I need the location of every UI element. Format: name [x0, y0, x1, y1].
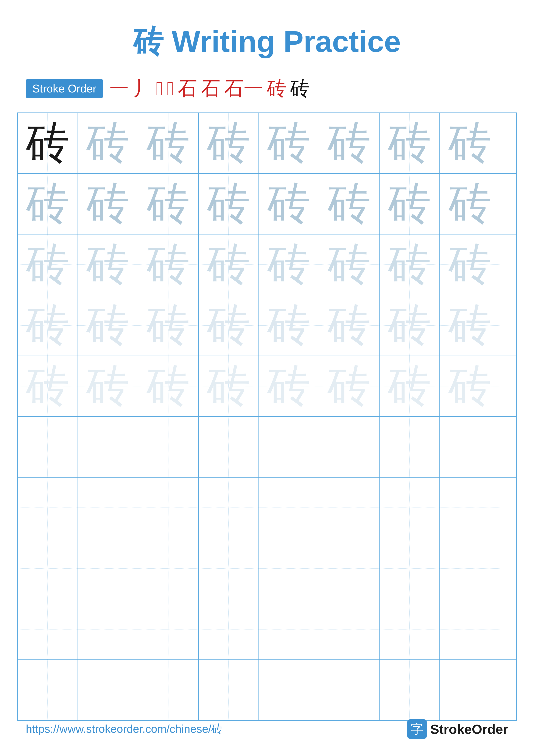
grid-cell[interactable]: 砖 [138, 234, 199, 295]
grid-cell-empty[interactable] [319, 477, 380, 538]
grid-cell[interactable]: 砖 [18, 174, 78, 234]
practice-char: 砖 [26, 243, 69, 286]
grid-cell[interactable]: 砖 [440, 356, 500, 417]
grid-cell-empty[interactable] [199, 599, 259, 660]
grid-cell[interactable]: 砖 [199, 234, 259, 295]
grid-cell[interactable]: 砖 [138, 174, 199, 234]
grid-cell-empty[interactable] [199, 538, 259, 599]
grid-cell-empty[interactable] [78, 477, 138, 538]
grid-cell-empty[interactable] [380, 599, 440, 660]
grid-cell-empty[interactable] [138, 538, 199, 599]
grid-cell-empty[interactable] [18, 599, 78, 660]
grid-cell[interactable]: 砖 [199, 295, 259, 356]
grid-row-5: 砖 砖 砖 砖 砖 砖 砖 砖 [18, 356, 516, 417]
grid-cell-empty[interactable] [18, 477, 78, 538]
grid-cell[interactable]: 砖 [18, 295, 78, 356]
grid-cell[interactable]: 砖 [259, 174, 319, 234]
grid-cell[interactable]: 砖 [199, 113, 259, 173]
grid-cell[interactable]: 砖 [319, 234, 380, 295]
grid-cell-empty[interactable] [319, 417, 380, 477]
grid-cell-empty[interactable] [78, 538, 138, 599]
grid-cell[interactable]: 砖 [319, 356, 380, 417]
grid-cell-empty[interactable] [319, 538, 380, 599]
grid-cell-empty[interactable] [259, 477, 319, 538]
grid-cell[interactable]: 砖 [78, 174, 138, 234]
grid-cell-empty[interactable] [259, 660, 319, 720]
practice-char: 砖 [448, 304, 492, 347]
grid-cell-empty[interactable] [440, 599, 500, 660]
practice-char: 砖 [328, 182, 371, 226]
practice-char: 砖 [147, 304, 190, 347]
grid-cell[interactable]: 砖 [319, 295, 380, 356]
grid-cell-empty[interactable] [440, 660, 500, 720]
grid-cell-empty[interactable] [78, 599, 138, 660]
grid-row-9 [18, 599, 516, 660]
grid-cell[interactable]: 砖 [319, 113, 380, 173]
practice-char: 砖 [448, 243, 492, 286]
grid-cell[interactable]: 砖 [380, 356, 440, 417]
practice-char: 砖 [87, 182, 129, 226]
grid-cell-empty[interactable] [259, 417, 319, 477]
grid-cell-empty[interactable] [259, 538, 319, 599]
grid-cell[interactable]: 砖 [138, 356, 199, 417]
grid-cell-empty[interactable] [199, 477, 259, 538]
grid-cell[interactable]: 砖 [380, 174, 440, 234]
grid-cell[interactable]: 砖 [18, 356, 78, 417]
grid-cell[interactable]: 砖 [259, 113, 319, 173]
grid-cell-empty[interactable] [440, 477, 500, 538]
grid-cell[interactable]: 砖 [259, 295, 319, 356]
grid-cell-empty[interactable] [138, 660, 199, 720]
grid-cell-empty[interactable] [319, 660, 380, 720]
practice-char: 砖 [87, 243, 129, 286]
grid-cell-empty[interactable] [78, 417, 138, 477]
grid-cell[interactable]: 砖 [18, 234, 78, 295]
grid-cell[interactable]: 砖 [259, 234, 319, 295]
practice-char: 砖 [267, 182, 310, 226]
grid-cell[interactable]: 砖 [319, 174, 380, 234]
practice-char: 砖 [388, 243, 431, 286]
grid-cell[interactable]: 砖 [138, 295, 199, 356]
grid-cell[interactable]: 砖 [380, 295, 440, 356]
grid-cell-empty[interactable] [18, 660, 78, 720]
practice-char: 砖 [147, 182, 190, 226]
grid-cell[interactable]: 砖 [78, 113, 138, 173]
grid-cell-empty[interactable] [18, 417, 78, 477]
grid-cell[interactable]: 砖 [380, 234, 440, 295]
grid-cell-empty[interactable] [199, 660, 259, 720]
grid-cell-empty[interactable] [440, 417, 500, 477]
grid-cell[interactable]: 砖 [78, 356, 138, 417]
grid-cell-empty[interactable] [319, 599, 380, 660]
page-title: 砖 Writing Practice [0, 0, 534, 63]
grid-cell[interactable]: 砖 [440, 234, 500, 295]
grid-cell-empty[interactable] [199, 417, 259, 477]
grid-cell-empty[interactable] [440, 538, 500, 599]
grid-cell[interactable]: 砖 [440, 174, 500, 234]
grid-cell-empty[interactable] [380, 477, 440, 538]
practice-char: 砖 [388, 122, 431, 165]
grid-cell-empty[interactable] [380, 417, 440, 477]
grid-cell-empty[interactable] [138, 599, 199, 660]
grid-cell[interactable]: 砖 [259, 356, 319, 417]
grid-row-6 [18, 417, 516, 477]
grid-cell-empty[interactable] [138, 417, 199, 477]
grid-cell[interactable]: 砖 [18, 113, 78, 173]
grid-cell-empty[interactable] [380, 538, 440, 599]
grid-cell-empty[interactable] [380, 660, 440, 720]
practice-grid: 砖 砖 砖 砖 砖 砖 砖 砖 砖 砖 砖 砖 砖 砖 砖 砖 砖 砖 砖 砖 … [17, 113, 517, 721]
footer-url[interactable]: https://www.strokeorder.com/chinese/砖 [26, 721, 222, 737]
grid-cell[interactable]: 砖 [440, 113, 500, 173]
grid-cell-empty[interactable] [78, 660, 138, 720]
grid-cell[interactable]: 砖 [78, 234, 138, 295]
grid-cell[interactable]: 砖 [380, 113, 440, 173]
grid-cell[interactable]: 砖 [199, 356, 259, 417]
grid-row-3: 砖 砖 砖 砖 砖 砖 砖 砖 [18, 234, 516, 295]
practice-char: 砖 [328, 122, 371, 165]
grid-cell[interactable]: 砖 [138, 113, 199, 173]
grid-cell-empty[interactable] [259, 599, 319, 660]
grid-cell[interactable]: 砖 [440, 295, 500, 356]
grid-cell-empty[interactable] [138, 477, 199, 538]
title-text: Writing Practice [163, 25, 401, 58]
grid-cell[interactable]: 砖 [199, 174, 259, 234]
grid-cell-empty[interactable] [18, 538, 78, 599]
grid-cell[interactable]: 砖 [78, 295, 138, 356]
